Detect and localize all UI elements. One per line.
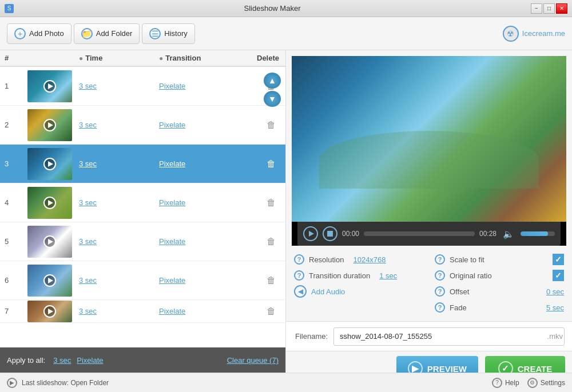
apply-transition[interactable]: Pixelate [77,356,103,365]
play-overlay [43,158,56,170]
move-up-button[interactable]: ▲ [264,73,281,89]
settings-button[interactable]: ⚙ Settings [527,378,565,388]
minimize-button[interactable]: − [531,3,542,14]
preview-button[interactable]: ▶ PREVIEW [396,356,478,373]
add-photo-label: Add Photo [29,29,64,38]
last-slideshow-text[interactable]: Last slideshow: Open Folder [22,379,109,387]
help-icon: ? [492,378,502,388]
transition-duration-value[interactable]: 1 sec [379,271,397,280]
item-delete[interactable]: 🗑 [257,275,285,286]
status-right: ? Help ⚙ Settings [492,378,565,388]
item-time[interactable]: 3 sec [79,237,159,246]
left-panel: # ● Time ● Transition Delete ▲ ▼ 1 [0,50,286,373]
transition-duration-label: Transition duration [309,271,370,280]
item-delete[interactable]: 🗑 [257,159,285,169]
scale-help-icon[interactable]: ? [435,254,445,265]
list-item[interactable]: 5 3 sec Pixelate 🗑 [0,222,285,261]
list-item[interactable]: 7 3 sec Pixelate 🗑 [0,300,285,323]
item-delete[interactable]: 🗑 [257,237,285,247]
item-time[interactable]: 3 sec [79,159,159,168]
item-thumbnail [27,109,72,141]
preview-label: PREVIEW [427,364,467,373]
resolution-label: Resolution [309,255,344,264]
add-audio-label[interactable]: Add Audio [311,287,345,296]
item-number: 7 [5,307,27,315]
item-delete[interactable]: 🗑 [257,198,285,208]
original-ratio-help-icon[interactable]: ? [435,270,445,281]
item-transition[interactable]: Pixelate [159,276,257,285]
resolution-value[interactable]: 1024x768 [353,255,386,264]
offset-help-icon[interactable]: ? [435,286,445,297]
slide-list[interactable]: 1 3 sec Pixelate 🗑 2 3 sec [0,67,285,347]
preview-icon: ▶ [408,361,423,373]
settings-panel: ? Resolution 1024x768 ? Transition durat… [286,246,572,321]
original-ratio-checkbox[interactable]: ✓ [553,270,564,281]
item-time[interactable]: 3 sec [79,307,159,315]
account-button[interactable]: ☢ Icecream.me [503,26,565,42]
item-transition[interactable]: Pixelate [159,237,257,246]
original-ratio-row: ? Original ratio ✓ [435,267,564,283]
delete-icon[interactable]: 🗑 [267,275,276,286]
item-transition[interactable]: Pixelate [159,198,257,207]
offset-value[interactable]: 0 sec [546,287,564,296]
move-down-button[interactable]: ▼ [264,91,281,107]
delete-icon[interactable]: 🗑 [267,159,276,169]
item-thumbnail [27,148,72,180]
scale-to-fit-row: ? Scale to fit ✓ [435,251,564,267]
volume-button[interactable]: 🔈 [501,226,516,241]
list-item[interactable]: 1 3 sec Pixelate 🗑 [0,67,285,106]
add-folder-icon: 📁 [81,28,93,39]
item-time[interactable]: 3 sec [79,82,159,90]
offset-label: Offset [450,287,469,296]
delete-icon[interactable]: 🗑 [267,237,276,247]
item-thumbnail [27,301,72,322]
history-button[interactable]: ☰ History [142,23,194,44]
main-content: # ● Time ● Transition Delete ▲ ▼ 1 [0,50,572,373]
list-item[interactable]: 6 3 sec Pixelate 🗑 [0,261,285,300]
close-button[interactable]: ✕ [556,3,567,14]
create-icon: ✓ [498,361,513,373]
apply-time[interactable]: 3 sec [53,356,71,365]
filename-input[interactable] [333,327,564,346]
resolution-help-icon[interactable]: ? [294,254,304,265]
status-icon: ▶ [7,378,17,388]
play-button[interactable] [303,226,318,241]
list-item[interactable]: 3 3 sec Pixelate 🗑 [0,145,285,183]
item-time[interactable]: 3 sec [79,121,159,129]
item-transition[interactable]: Pixelate [159,121,257,129]
scale-to-fit-label: Scale to fit [450,255,484,264]
fade-value[interactable]: 5 sec [546,303,564,312]
maximize-button[interactable]: □ [543,3,555,14]
delete-icon[interactable]: 🗑 [267,198,276,208]
video-frame [292,56,566,222]
item-transition[interactable]: Pixelate [159,307,257,315]
add-audio-row[interactable]: ◀ Add Audio [294,283,423,299]
list-item[interactable]: 2 3 sec Pixelate 🗑 [0,106,285,145]
help-button[interactable]: ? Help [492,378,519,388]
progress-bar[interactable] [364,231,475,236]
col-time-header: ● Time [79,54,159,62]
item-delete[interactable]: 🗑 [257,306,285,317]
item-time[interactable]: 3 sec [79,276,159,285]
apply-label: Apply to all: [7,356,45,365]
account-label: Icecream.me [522,29,565,38]
scale-to-fit-checkbox[interactable]: ✓ [553,254,564,265]
transition-duration-help-icon[interactable]: ? [294,270,304,281]
add-folder-button[interactable]: 📁 Add Folder [74,23,140,44]
list-item[interactable]: 4 3 sec Pixelate 🗑 [0,183,285,222]
volume-bar[interactable] [521,231,555,236]
clear-queue[interactable]: Clear queue (7) [227,356,279,365]
item-transition[interactable]: Pixelate [159,82,257,90]
fade-help-icon[interactable]: ? [435,302,445,313]
item-transition[interactable]: Pixelate [159,159,257,168]
offset-row: ? Offset 0 sec [435,283,564,299]
item-delete[interactable]: 🗑 [257,120,285,130]
delete-icon[interactable]: 🗑 [267,306,276,317]
add-photo-button[interactable]: + Add Photo [7,23,72,44]
fade-row: ? Fade 5 sec [435,299,564,315]
create-button[interactable]: ✓ CREATE [485,356,565,373]
stop-button[interactable] [323,226,337,241]
item-time[interactable]: 3 sec [79,198,159,207]
delete-icon[interactable]: 🗑 [267,120,276,130]
fade-label: Fade [450,303,467,312]
